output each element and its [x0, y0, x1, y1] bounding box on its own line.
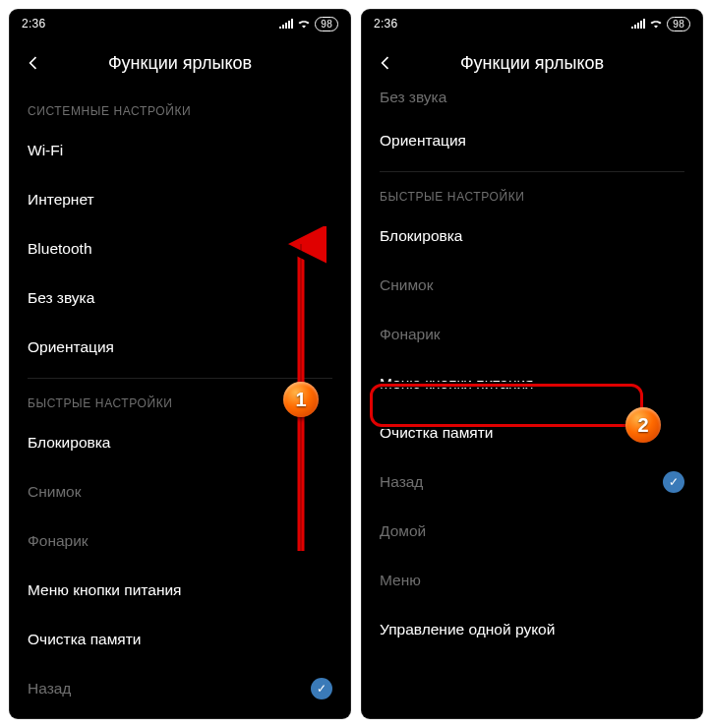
- status-bar: 2:36 98: [362, 10, 702, 37]
- check-icon: ✓: [663, 471, 684, 493]
- settings-list[interactable]: Без звука Ориентация БЫСТРЫЕ НАСТРОЙКИ Б…: [362, 89, 702, 718]
- section-header-quick: БЫСТРЫЕ НАСТРОЙКИ: [28, 381, 332, 418]
- back-button[interactable]: [10, 39, 57, 87]
- app-bar: Функции ярлыков: [362, 37, 702, 89]
- row-clear-memory[interactable]: Очистка памяти: [28, 615, 332, 664]
- row-flashlight[interactable]: Фонарик: [28, 516, 332, 566]
- row-flashlight[interactable]: Фонарик: [380, 310, 684, 359]
- page-title: Функции ярлыков: [362, 53, 702, 74]
- battery-pill: 98: [667, 17, 690, 31]
- signal-icon: [631, 19, 645, 29]
- row-power-menu[interactable]: Меню кнопки питания: [28, 566, 332, 615]
- row-orientation[interactable]: Ориентация: [28, 323, 332, 372]
- section-header-quick: БЫСТРЫЕ НАСТРОЙКИ: [380, 174, 684, 212]
- signal-icon: [279, 19, 293, 29]
- status-bar: 2:36 98: [10, 10, 350, 37]
- row-menu-action[interactable]: Меню: [380, 556, 684, 605]
- phone-screen-1: 2:36 98 Функции ярлыков СИСТЕМНЫЕ НАСТРО…: [10, 10, 350, 718]
- status-right: 98: [279, 17, 338, 31]
- row-home-action[interactable]: Домой: [380, 507, 684, 556]
- row-power-menu[interactable]: Меню кнопки питания: [380, 359, 684, 408]
- check-icon: ✓: [311, 678, 332, 699]
- phone-screen-2: 2:36 98 Функции ярлыков Без звука Ориент…: [362, 10, 702, 718]
- chevron-left-icon: [376, 53, 395, 73]
- row-back-action[interactable]: Назад ✓: [380, 457, 684, 507]
- row-internet[interactable]: Интернет: [28, 175, 332, 224]
- section-header-system: СИСТЕМНЫЕ НАСТРОЙКИ: [28, 89, 332, 126]
- wifi-icon: [297, 19, 311, 29]
- app-bar: Функции ярлыков: [10, 37, 350, 89]
- row-wifi[interactable]: Wi-Fi: [28, 126, 332, 175]
- row-silent[interactable]: Без звука: [28, 273, 332, 323]
- status-time: 2:36: [374, 17, 398, 30]
- divider: [380, 171, 684, 172]
- chevron-left-icon: [24, 53, 43, 73]
- row-one-hand[interactable]: Управление одной рукой: [380, 605, 684, 654]
- row-lock[interactable]: Блокировка: [28, 418, 332, 467]
- row-orientation[interactable]: Ориентация: [380, 116, 684, 165]
- row-lock[interactable]: Блокировка: [380, 212, 684, 261]
- settings-list[interactable]: СИСТЕМНЫЕ НАСТРОЙКИ Wi-Fi Интернет Bluet…: [10, 89, 350, 718]
- divider: [28, 378, 332, 379]
- back-button[interactable]: [362, 39, 409, 87]
- status-time: 2:36: [22, 17, 46, 30]
- row-screenshot[interactable]: Снимок: [380, 261, 684, 310]
- row-clear-memory[interactable]: Очистка памяти: [380, 408, 684, 457]
- status-right: 98: [631, 17, 690, 31]
- row-back-action[interactable]: Назад ✓: [28, 664, 332, 713]
- page-title: Функции ярлыков: [10, 53, 350, 74]
- row-screenshot[interactable]: Снимок: [28, 467, 332, 516]
- row-partial-top[interactable]: Без звука: [380, 89, 684, 116]
- wifi-icon: [649, 19, 663, 29]
- battery-pill: 98: [315, 17, 338, 31]
- row-bluetooth[interactable]: Bluetooth: [28, 224, 332, 273]
